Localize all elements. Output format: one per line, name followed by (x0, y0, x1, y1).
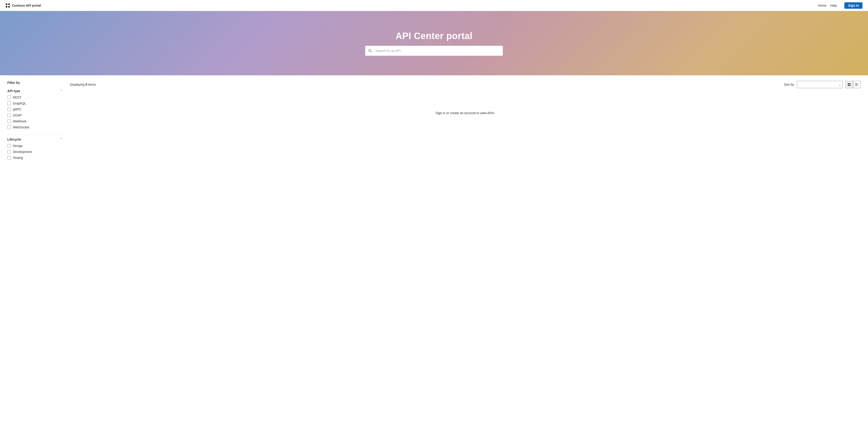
displaying-prefix: Displaying (70, 83, 86, 86)
svg-rect-12 (856, 84, 857, 85)
filter-option-rest[interactable]: REST (7, 95, 62, 99)
filter-option-graphql[interactable]: GraphQL (7, 101, 62, 105)
sign-in-button[interactable]: Sign in (844, 2, 863, 9)
filter-label-graphql: GraphQL (13, 101, 26, 105)
svg-rect-11 (857, 83, 858, 84)
svg-rect-6 (848, 83, 849, 84)
lifecycle-section: Lifecycle ⌃ Design Development Testing (7, 138, 62, 161)
filter-option-soap[interactable]: SOAP (7, 114, 62, 117)
filter-checkbox-webhook[interactable] (7, 119, 11, 123)
svg-rect-10 (856, 83, 857, 84)
api-type-section: API type ⌃ REST GraphQL gRPC SO (7, 89, 62, 131)
filter-label-soap: SOAP (13, 114, 22, 117)
svg-rect-9 (849, 85, 850, 86)
filter-by-label: Filter by (7, 81, 62, 85)
lifecycle-title: Lifecycle (7, 138, 21, 141)
svg-rect-0 (6, 3, 7, 5)
main-content: Filter by API type ⌃ REST GraphQL gRPC (0, 75, 868, 421)
api-type-header[interactable]: API type ⌃ (7, 89, 62, 95)
svg-rect-3 (8, 6, 10, 7)
filter-checkbox-soap[interactable] (7, 114, 11, 117)
svg-rect-2 (6, 6, 7, 7)
filter-option-websocket[interactable]: WebSocket (7, 125, 62, 129)
top-navigation: Contoso API portal Home Help Sign in (0, 0, 868, 11)
svg-rect-7 (849, 83, 850, 84)
sort-select[interactable]: Name Type Created (797, 81, 843, 88)
search-icon (368, 49, 372, 53)
hero-banner: API Center portal (0, 11, 868, 75)
svg-rect-1 (8, 3, 10, 5)
nav-right: Home Help Sign in (818, 2, 863, 9)
filter-label-design: Design (13, 144, 23, 148)
filter-checkbox-grpc[interactable] (7, 108, 11, 111)
list-view-icon (856, 83, 859, 86)
filter-option-grpc[interactable]: gRPC (7, 108, 62, 111)
sort-select-wrapper: Name Type Created ⌄ (797, 81, 843, 88)
svg-line-5 (371, 51, 372, 52)
svg-rect-14 (856, 85, 857, 86)
filter-checkbox-rest[interactable] (7, 95, 11, 99)
filter-option-development[interactable]: Development (7, 150, 62, 154)
list-view-button[interactable] (853, 81, 861, 88)
api-type-chevron-icon: ⌃ (60, 89, 62, 93)
grid-view-button[interactable] (845, 81, 853, 88)
content-area: Displaying 0 items Sort by Name Type Cre… (70, 81, 861, 416)
filter-option-webhook[interactable]: Webhook (7, 119, 62, 123)
grid-view-icon (847, 83, 851, 86)
filter-checkbox-development[interactable] (7, 150, 11, 154)
displaying-suffix: items (87, 83, 96, 86)
svg-rect-15 (857, 85, 858, 86)
hero-title: API Center portal (396, 31, 472, 41)
filter-checkbox-graphql[interactable] (7, 101, 11, 105)
filter-checkbox-testing[interactable] (7, 156, 11, 160)
toolbar-right: Sort by Name Type Created ⌄ (784, 81, 861, 88)
lifecycle-header[interactable]: Lifecycle ⌃ (7, 138, 62, 143)
brand-name: Contoso API portal (12, 4, 41, 7)
filter-label-websocket: WebSocket (13, 125, 29, 129)
home-link[interactable]: Home (818, 4, 827, 7)
empty-message: Sign in or create an account to view API… (436, 111, 495, 115)
filter-option-design[interactable]: Design (7, 144, 62, 148)
search-input[interactable] (365, 46, 503, 56)
search-container (365, 46, 503, 56)
nav-divider (840, 3, 841, 8)
filter-checkbox-design[interactable] (7, 144, 11, 148)
lifecycle-options: Design Development Testing (7, 143, 62, 161)
sidebar: Filter by API type ⌃ REST GraphQL gRPC (7, 81, 62, 416)
svg-rect-8 (848, 85, 849, 86)
lifecycle-chevron-icon: ⌃ (60, 138, 62, 141)
content-toolbar: Displaying 0 items Sort by Name Type Cre… (70, 81, 861, 88)
api-type-title: API type (7, 89, 20, 93)
filter-option-testing[interactable]: Testing (7, 156, 62, 160)
filter-label-development: Development (13, 150, 32, 154)
filter-label-rest: REST (13, 95, 21, 99)
filter-label-testing: Testing (13, 156, 23, 160)
section-divider (7, 134, 62, 135)
brand: Contoso API portal (5, 3, 41, 8)
displaying-count-text: Displaying 0 items (70, 83, 96, 86)
sort-by-label: Sort by (784, 83, 794, 86)
brand-icon (5, 3, 10, 8)
help-link[interactable]: Help (830, 4, 837, 7)
empty-state: Sign in or create an account to view API… (70, 93, 861, 115)
filter-label-webhook: Webhook (13, 119, 26, 123)
filter-label-grpc: gRPC (13, 108, 21, 111)
api-type-options: REST GraphQL gRPC SOAP Webhook (7, 95, 62, 131)
filter-checkbox-websocket[interactable] (7, 125, 11, 129)
view-toggle (845, 81, 861, 88)
